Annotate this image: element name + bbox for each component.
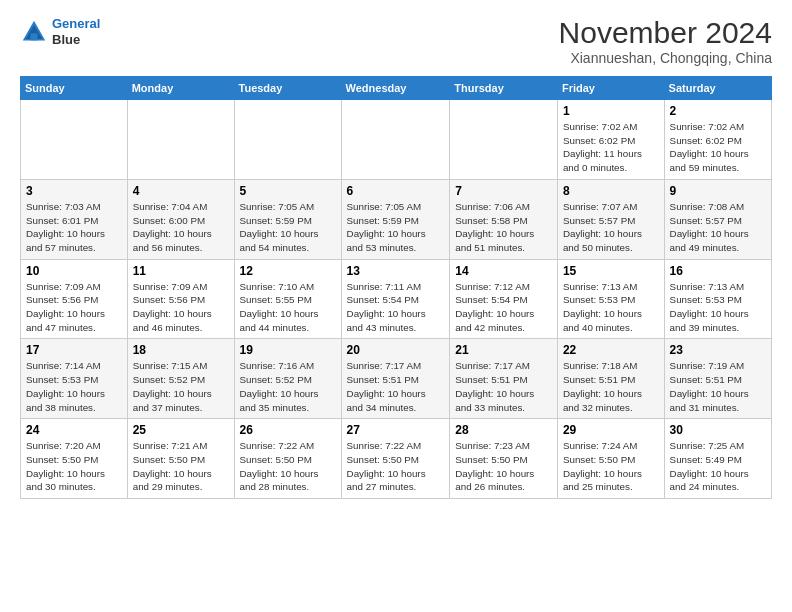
day-cell: 2Sunrise: 7:02 AM Sunset: 6:02 PM Daylig…: [664, 100, 771, 180]
day-info: Sunrise: 7:07 AM Sunset: 5:57 PM Dayligh…: [563, 200, 659, 255]
day-number: 25: [133, 423, 229, 437]
day-number: 26: [240, 423, 336, 437]
day-number: 16: [670, 264, 766, 278]
week-row-4: 17Sunrise: 7:14 AM Sunset: 5:53 PM Dayli…: [21, 339, 772, 419]
day-cell: [21, 100, 128, 180]
day-number: 7: [455, 184, 552, 198]
logo-line1: General: [52, 16, 100, 31]
day-cell: 27Sunrise: 7:22 AM Sunset: 5:50 PM Dayli…: [341, 419, 450, 499]
calendar-table: SundayMondayTuesdayWednesdayThursdayFrid…: [20, 76, 772, 499]
day-cell: 24Sunrise: 7:20 AM Sunset: 5:50 PM Dayli…: [21, 419, 128, 499]
day-cell: 3Sunrise: 7:03 AM Sunset: 6:01 PM Daylig…: [21, 179, 128, 259]
logo-text: General Blue: [52, 16, 100, 47]
day-cell: 29Sunrise: 7:24 AM Sunset: 5:50 PM Dayli…: [557, 419, 664, 499]
day-info: Sunrise: 7:09 AM Sunset: 5:56 PM Dayligh…: [133, 280, 229, 335]
day-number: 10: [26, 264, 122, 278]
day-info: Sunrise: 7:14 AM Sunset: 5:53 PM Dayligh…: [26, 359, 122, 414]
day-info: Sunrise: 7:05 AM Sunset: 5:59 PM Dayligh…: [240, 200, 336, 255]
day-cell: 18Sunrise: 7:15 AM Sunset: 5:52 PM Dayli…: [127, 339, 234, 419]
logo-icon: [20, 18, 48, 46]
day-number: 4: [133, 184, 229, 198]
day-number: 23: [670, 343, 766, 357]
day-cell: 11Sunrise: 7:09 AM Sunset: 5:56 PM Dayli…: [127, 259, 234, 339]
day-cell: [127, 100, 234, 180]
week-row-1: 1Sunrise: 7:02 AM Sunset: 6:02 PM Daylig…: [21, 100, 772, 180]
day-info: Sunrise: 7:22 AM Sunset: 5:50 PM Dayligh…: [240, 439, 336, 494]
day-number: 21: [455, 343, 552, 357]
day-info: Sunrise: 7:02 AM Sunset: 6:02 PM Dayligh…: [563, 120, 659, 175]
week-row-5: 24Sunrise: 7:20 AM Sunset: 5:50 PM Dayli…: [21, 419, 772, 499]
day-info: Sunrise: 7:09 AM Sunset: 5:56 PM Dayligh…: [26, 280, 122, 335]
day-number: 18: [133, 343, 229, 357]
day-cell: 25Sunrise: 7:21 AM Sunset: 5:50 PM Dayli…: [127, 419, 234, 499]
day-cell: 21Sunrise: 7:17 AM Sunset: 5:51 PM Dayli…: [450, 339, 558, 419]
logo-line2: Blue: [52, 32, 100, 48]
weekday-header-row: SundayMondayTuesdayWednesdayThursdayFrid…: [21, 77, 772, 100]
day-cell: 30Sunrise: 7:25 AM Sunset: 5:49 PM Dayli…: [664, 419, 771, 499]
day-number: 2: [670, 104, 766, 118]
day-number: 1: [563, 104, 659, 118]
day-number: 19: [240, 343, 336, 357]
day-cell: 13Sunrise: 7:11 AM Sunset: 5:54 PM Dayli…: [341, 259, 450, 339]
day-cell: 4Sunrise: 7:04 AM Sunset: 6:00 PM Daylig…: [127, 179, 234, 259]
week-row-3: 10Sunrise: 7:09 AM Sunset: 5:56 PM Dayli…: [21, 259, 772, 339]
day-info: Sunrise: 7:21 AM Sunset: 5:50 PM Dayligh…: [133, 439, 229, 494]
day-info: Sunrise: 7:13 AM Sunset: 5:53 PM Dayligh…: [670, 280, 766, 335]
day-info: Sunrise: 7:02 AM Sunset: 6:02 PM Dayligh…: [670, 120, 766, 175]
day-info: Sunrise: 7:08 AM Sunset: 5:57 PM Dayligh…: [670, 200, 766, 255]
title-block: November 2024 Xiannueshan, Chongqing, Ch…: [559, 16, 772, 66]
day-cell: 6Sunrise: 7:05 AM Sunset: 5:59 PM Daylig…: [341, 179, 450, 259]
day-number: 3: [26, 184, 122, 198]
day-cell: 22Sunrise: 7:18 AM Sunset: 5:51 PM Dayli…: [557, 339, 664, 419]
day-info: Sunrise: 7:06 AM Sunset: 5:58 PM Dayligh…: [455, 200, 552, 255]
month-title: November 2024: [559, 16, 772, 50]
day-number: 22: [563, 343, 659, 357]
day-number: 8: [563, 184, 659, 198]
day-cell: [450, 100, 558, 180]
day-cell: 8Sunrise: 7:07 AM Sunset: 5:57 PM Daylig…: [557, 179, 664, 259]
day-info: Sunrise: 7:18 AM Sunset: 5:51 PM Dayligh…: [563, 359, 659, 414]
day-info: Sunrise: 7:04 AM Sunset: 6:00 PM Dayligh…: [133, 200, 229, 255]
day-cell: 28Sunrise: 7:23 AM Sunset: 5:50 PM Dayli…: [450, 419, 558, 499]
day-number: 27: [347, 423, 445, 437]
weekday-header-sunday: Sunday: [21, 77, 128, 100]
svg-rect-2: [31, 33, 38, 40]
day-info: Sunrise: 7:11 AM Sunset: 5:54 PM Dayligh…: [347, 280, 445, 335]
day-cell: 20Sunrise: 7:17 AM Sunset: 5:51 PM Dayli…: [341, 339, 450, 419]
day-number: 30: [670, 423, 766, 437]
day-info: Sunrise: 7:19 AM Sunset: 5:51 PM Dayligh…: [670, 359, 766, 414]
day-number: 28: [455, 423, 552, 437]
day-number: 15: [563, 264, 659, 278]
day-number: 5: [240, 184, 336, 198]
day-info: Sunrise: 7:03 AM Sunset: 6:01 PM Dayligh…: [26, 200, 122, 255]
day-number: 29: [563, 423, 659, 437]
day-info: Sunrise: 7:10 AM Sunset: 5:55 PM Dayligh…: [240, 280, 336, 335]
day-number: 13: [347, 264, 445, 278]
day-info: Sunrise: 7:25 AM Sunset: 5:49 PM Dayligh…: [670, 439, 766, 494]
day-cell: 26Sunrise: 7:22 AM Sunset: 5:50 PM Dayli…: [234, 419, 341, 499]
weekday-header-thursday: Thursday: [450, 77, 558, 100]
day-info: Sunrise: 7:12 AM Sunset: 5:54 PM Dayligh…: [455, 280, 552, 335]
day-number: 11: [133, 264, 229, 278]
day-info: Sunrise: 7:17 AM Sunset: 5:51 PM Dayligh…: [347, 359, 445, 414]
day-number: 17: [26, 343, 122, 357]
location: Xiannueshan, Chongqing, China: [559, 50, 772, 66]
page: General Blue November 2024 Xiannueshan, …: [0, 0, 792, 509]
weekday-header-wednesday: Wednesday: [341, 77, 450, 100]
day-cell: 12Sunrise: 7:10 AM Sunset: 5:55 PM Dayli…: [234, 259, 341, 339]
day-cell: 17Sunrise: 7:14 AM Sunset: 5:53 PM Dayli…: [21, 339, 128, 419]
day-number: 14: [455, 264, 552, 278]
weekday-header-saturday: Saturday: [664, 77, 771, 100]
day-info: Sunrise: 7:24 AM Sunset: 5:50 PM Dayligh…: [563, 439, 659, 494]
day-cell: 9Sunrise: 7:08 AM Sunset: 5:57 PM Daylig…: [664, 179, 771, 259]
day-cell: 15Sunrise: 7:13 AM Sunset: 5:53 PM Dayli…: [557, 259, 664, 339]
day-number: 6: [347, 184, 445, 198]
weekday-header-monday: Monday: [127, 77, 234, 100]
day-cell: 7Sunrise: 7:06 AM Sunset: 5:58 PM Daylig…: [450, 179, 558, 259]
day-cell: 14Sunrise: 7:12 AM Sunset: 5:54 PM Dayli…: [450, 259, 558, 339]
weekday-header-friday: Friday: [557, 77, 664, 100]
day-number: 20: [347, 343, 445, 357]
day-cell: [341, 100, 450, 180]
logo: General Blue: [20, 16, 100, 47]
day-info: Sunrise: 7:13 AM Sunset: 5:53 PM Dayligh…: [563, 280, 659, 335]
